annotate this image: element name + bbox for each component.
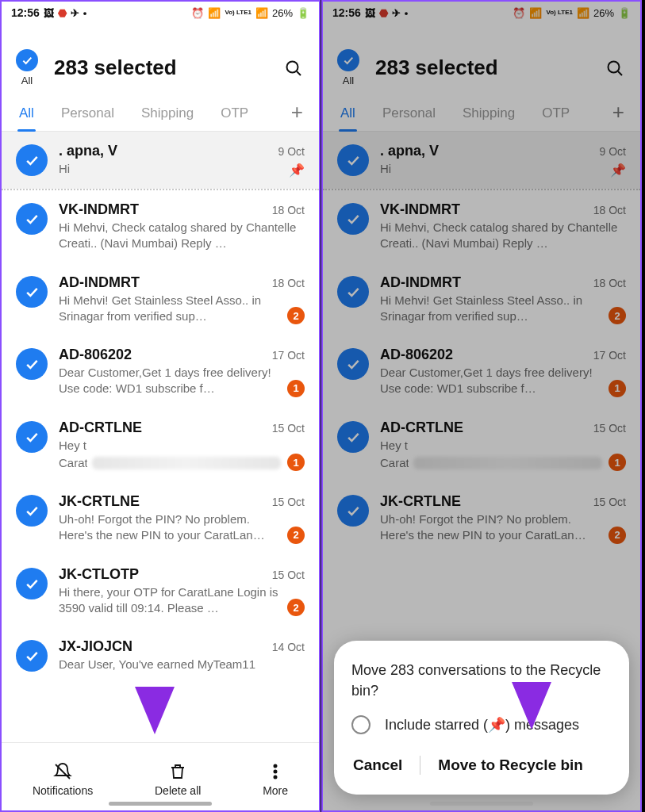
home-indicator[interactable] (430, 802, 533, 806)
stop-icon: ⬣ (58, 8, 67, 18)
category-tabs: All Personal Shipping OTP + (2, 98, 319, 132)
svg-line-1 (297, 71, 301, 75)
sender-name: . apna, V (59, 143, 117, 159)
alarm-icon: ⏰ (191, 8, 204, 18)
more-vertical-icon (266, 762, 285, 781)
row-checkbox[interactable] (16, 144, 48, 176)
selection-header: All 283 selected (2, 24, 319, 98)
radio-unchecked-icon[interactable] (351, 715, 370, 734)
bell-off-icon (53, 762, 72, 781)
pin-icon: 📌 (289, 163, 305, 178)
svg-point-4 (275, 770, 277, 772)
tab-personal[interactable]: Personal (60, 98, 116, 131)
message-date: 18 Oct (272, 277, 305, 289)
unread-badge: 2 (287, 527, 305, 544)
message-date: 9 Oct (278, 145, 305, 158)
row-checkbox[interactable] (16, 421, 48, 453)
message-row[interactable]: . apna, V 9 Oct Hi 📌 (2, 132, 319, 189)
include-starred-label: Include starred (📌) messages (385, 716, 579, 733)
delete-all-label: Delete all (155, 784, 201, 797)
message-snippet: Hi there, your OTP for CaratLane Login i… (59, 584, 281, 617)
notifications-label: Notifications (33, 784, 93, 797)
message-date: 17 Oct (272, 349, 305, 362)
sender-name: VK-INDMRT (59, 201, 139, 218)
svg-point-3 (275, 764, 277, 767)
message-row[interactable]: JK-CTLOTP 15 Oct Hi there, your OTP for … (2, 555, 319, 628)
svg-point-5 (275, 776, 277, 778)
message-snippet-suffix: Carat (59, 455, 87, 471)
svg-point-0 (287, 61, 298, 72)
home-indicator[interactable] (109, 802, 212, 806)
action-separator (420, 756, 420, 775)
gallery-icon: 🖼 (44, 8, 54, 18)
message-snippet: Hi (59, 161, 70, 177)
delete-all-action[interactable]: Delete all (155, 762, 201, 797)
row-checkbox[interactable] (16, 640, 48, 672)
unread-badge: 1 (287, 454, 305, 471)
message-snippet: Hi Mehvi, Check catalog shared by Chante… (59, 220, 305, 252)
more-action[interactable]: More (263, 762, 288, 797)
status-bar: 12:56 🖼 ⬣ ✈ • ⏰ 📶 Vo) LTE1 📶 26% 🔋 (2, 2, 319, 24)
sender-name: AD-INDMRT (59, 274, 140, 291)
message-row[interactable]: AD-806202 17 Oct Dear Customer,Get 1 day… (2, 335, 319, 408)
sender-name: JX-JIOJCN (59, 638, 132, 655)
message-row[interactable]: JX-JIOJCN 14 Oct Dear User, You've earne… (2, 627, 319, 684)
unread-badge: 2 (287, 599, 305, 616)
row-checkbox[interactable] (16, 203, 48, 235)
wifi-icon: 📶 (208, 8, 221, 18)
row-checkbox[interactable] (16, 348, 48, 380)
action-bar: Notifications Delete all More (2, 742, 319, 810)
search-button[interactable] (282, 57, 305, 79)
message-snippet: Dear User, You've earned MyTeam11 (59, 657, 305, 672)
telegram-icon: ✈ (71, 8, 79, 18)
row-checkbox[interactable] (16, 568, 48, 599)
message-date: 15 Oct (272, 422, 305, 435)
more-label: More (263, 784, 288, 797)
message-row[interactable]: AD-INDMRT 18 Oct Hi Mehvi! Get Stainless… (2, 263, 319, 336)
row-checkbox[interactable] (16, 276, 48, 308)
status-time: 12:56 (11, 6, 40, 19)
message-date: 18 Oct (272, 204, 305, 216)
message-snippet: Uh-oh! Forgot the PIN? No problem. Here'… (59, 511, 281, 544)
row-checkbox[interactable] (16, 495, 48, 527)
unread-badge: 2 (287, 307, 305, 324)
message-snippet: Hi Mehvi! Get Stainless Steel Asso.. in … (59, 293, 281, 325)
message-date: 14 Oct (272, 641, 305, 653)
dialog-message: Move 283 conversations to the Recycle bi… (351, 660, 612, 701)
select-all-checkbox[interactable] (16, 49, 38, 71)
include-starred-option[interactable]: Include starred (📌) messages (351, 715, 612, 734)
tab-otp[interactable]: OTP (219, 98, 250, 131)
cancel-button[interactable]: Cancel (351, 752, 404, 779)
message-date: 15 Oct (272, 569, 305, 581)
select-all-label: All (21, 75, 33, 86)
redacted-content (92, 457, 281, 469)
tab-all[interactable]: All (17, 98, 36, 131)
tab-shipping[interactable]: Shipping (140, 98, 195, 131)
volte-indicator: Vo) LTE1 (225, 10, 251, 16)
trash-icon (168, 762, 187, 781)
sender-name: AD-CRTLNE (59, 419, 142, 436)
message-row[interactable]: AD-CRTLNE 15 Oct Hey t Carat 1 (2, 408, 319, 483)
message-list[interactable]: . apna, V 9 Oct Hi 📌 VK-INDMRT 18 Oct Hi… (2, 132, 319, 742)
message-snippet: Dear Customer,Get 1 days free delivery! … (59, 365, 281, 397)
message-date: 15 Oct (272, 496, 305, 508)
sender-name: AD-806202 (59, 347, 132, 363)
signal-icon: 📶 (255, 8, 268, 18)
notifications-action[interactable]: Notifications (33, 762, 93, 797)
message-row[interactable]: JK-CRTLNE 15 Oct Uh-oh! Forgot the PIN? … (2, 482, 319, 555)
battery-icon: 🔋 (297, 8, 309, 18)
move-to-recycle-bin-button[interactable]: Move to Recycle bin (436, 752, 612, 779)
selection-count-title: 283 selected (54, 56, 267, 80)
message-row[interactable]: VK-INDMRT 18 Oct Hi Mehvi, Check catalog… (2, 190, 319, 263)
message-snippet: Hey t (59, 438, 281, 454)
battery-percent: 26% (272, 7, 293, 19)
confirm-dialog: Move 283 conversations to the Recycle bi… (334, 641, 629, 795)
add-tab-button[interactable]: + (291, 100, 303, 129)
sender-name: JK-CTLOTP (59, 566, 139, 583)
dot-icon: • (83, 8, 87, 18)
unread-badge: 1 (287, 380, 305, 397)
sender-name: JK-CRTLNE (59, 493, 140, 510)
